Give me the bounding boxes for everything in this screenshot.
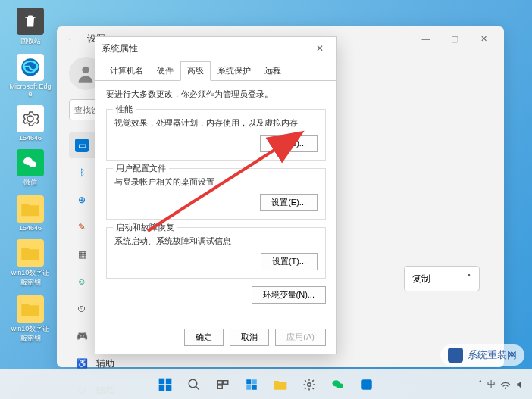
window-controls: ― ▢ ✕ — [412, 28, 498, 49]
folder-icon — [17, 195, 44, 223]
svg-rect-6 — [166, 378, 172, 384]
svg-rect-5 — [159, 378, 165, 384]
desktop-icons: 回收站 Microsoft Edge 154646 微信 154646 win1… — [8, 8, 53, 351]
volume-icon[interactable] — [515, 379, 526, 390]
network-icon[interactable] — [500, 379, 511, 390]
desktop-icon-label: 微信 — [23, 178, 37, 188]
settings-button[interactable] — [296, 372, 322, 397]
dialog-buttons: 确定 取消 应用(A) — [95, 329, 336, 346]
svg-point-20 — [336, 383, 343, 388]
dialog-body: 要进行大多数更改，你必须作为管理员登录。 性能视觉效果，处理器计划，内存使用，以… — [95, 81, 336, 346]
env-vars-button[interactable]: 环境变量(N)... — [252, 286, 326, 304]
desktop-icon-folder[interactable]: win10数字证 版密钥 — [8, 295, 53, 344]
gear-icon — [17, 105, 44, 132]
watermark-text: 系统重装网 — [468, 348, 517, 362]
group-settings-button[interactable]: 设置(E)... — [260, 194, 318, 211]
svg-point-3 — [82, 67, 89, 73]
svg-point-22 — [505, 388, 505, 388]
desktop-icon-label: Microsoft Edge — [8, 83, 53, 98]
svg-rect-7 — [159, 385, 165, 390]
tray-chevron[interactable]: ˄ — [478, 379, 483, 389]
nav-item-label: 辅助 — [96, 357, 114, 370]
maximize-button[interactable]: ▢ — [440, 28, 469, 49]
dialog-titlebar: 系统属性 ✕ — [95, 37, 336, 60]
copy-button[interactable]: 复制 ˄ — [404, 266, 480, 291]
svg-rect-21 — [361, 379, 372, 390]
desktop-icon-folder[interactable]: 154646 — [8, 195, 53, 232]
svg-rect-14 — [246, 379, 251, 384]
system-properties-dialog: 系统属性 ✕ 计算机名硬件高级系统保护远程 要进行大多数更改，你必须作为管理员登… — [95, 36, 337, 354]
taskbar-right: ˄ 中 — [478, 379, 526, 390]
dialog-tabs: 计算机名硬件高级系统保护远程 — [95, 61, 336, 81]
group-title: 性能 — [113, 104, 136, 115]
desktop-icon-edge[interactable]: Microsoft Edge — [8, 54, 53, 98]
desktop-icon-label: win10数字证 版密钥 — [8, 268, 53, 288]
folder-icon — [17, 239, 44, 267]
group-2: 启动和故障恢复系统启动、系统故障和调试信息设置(T)... — [106, 227, 326, 279]
desktop-icon-label: 154646 — [19, 134, 42, 142]
wechat-taskbar-button[interactable] — [325, 372, 351, 397]
dialog-tab[interactable]: 系统保护 — [211, 61, 258, 81]
start-button[interactable] — [152, 372, 178, 397]
group-title: 启动和故障恢复 — [113, 222, 177, 233]
watermark-badge-icon — [448, 348, 463, 363]
group-0: 性能视觉效果，处理器计划，内存使用，以及虚拟内存设置(S)... — [106, 109, 326, 161]
chevron-up-icon: ˄ — [467, 273, 471, 284]
svg-rect-13 — [217, 385, 222, 388]
recycle-bin-icon — [17, 8, 44, 35]
dialog-tab[interactable]: 硬件 — [150, 61, 180, 81]
svg-point-9 — [189, 379, 197, 388]
svg-point-18 — [308, 382, 311, 386]
svg-rect-15 — [252, 379, 257, 384]
group-desc: 与登录帐户相关的桌面设置 — [114, 176, 318, 188]
copy-label: 复制 — [412, 273, 430, 285]
desktop-icon-folder[interactable]: win10数字证 版密钥 — [8, 239, 53, 288]
wechat-icon — [17, 149, 44, 176]
back-button[interactable]: ← — [63, 30, 81, 48]
taskbar-center — [152, 372, 380, 397]
group-settings-button[interactable]: 设置(S)... — [260, 135, 318, 152]
svg-rect-17 — [252, 385, 257, 389]
group-settings-button[interactable]: 设置(T)... — [261, 253, 318, 270]
explorer-button[interactable] — [268, 372, 293, 397]
group-desc: 视觉效果，处理器计划，内存使用，以及虚拟内存 — [114, 117, 318, 129]
svg-rect-11 — [217, 380, 222, 384]
desktop-icon-gear[interactable]: 154646 — [8, 105, 53, 142]
admin-note: 要进行大多数更改，你必须作为管理员登录。 — [106, 89, 326, 100]
svg-rect-16 — [246, 385, 251, 389]
close-button[interactable]: ✕ — [469, 28, 498, 49]
apply-button: 应用(A) — [275, 329, 326, 346]
minimize-button[interactable]: ― — [412, 28, 440, 49]
group-desc: 系统启动、系统故障和调试信息 — [114, 235, 318, 247]
taskbar: ˄ 中 — [0, 369, 532, 399]
desktop-icon-label: 154646 — [19, 224, 42, 232]
watermark: 系统重装网 — [440, 344, 524, 366]
svg-rect-12 — [224, 380, 228, 384]
taskview-button[interactable] — [210, 372, 236, 397]
desktop-icon-recycle[interactable]: 回收站 — [8, 8, 53, 46]
ime-button[interactable]: 中 — [487, 379, 496, 390]
desktop-icon-label: win10数字证 版密钥 — [8, 324, 53, 344]
desktop-icon-wechat[interactable]: 微信 — [8, 149, 53, 188]
app-taskbar-button[interactable] — [354, 372, 380, 397]
dialog-title: 系统属性 — [102, 42, 138, 55]
folder-icon — [17, 295, 44, 323]
dialog-tab[interactable]: 高级 — [180, 61, 211, 81]
ok-button[interactable]: 确定 — [184, 329, 224, 346]
group-1: 用户配置文件与登录帐户相关的桌面设置设置(E)... — [106, 168, 326, 220]
edge-icon — [17, 54, 44, 81]
dialog-tab[interactable]: 远程 — [258, 61, 288, 81]
widgets-button[interactable] — [239, 372, 264, 397]
svg-line-10 — [196, 386, 199, 390]
desktop-icon-label: 回收站 — [20, 36, 41, 46]
svg-point-2 — [29, 161, 36, 167]
search-button[interactable] — [181, 372, 207, 397]
dialog-tab[interactable]: 计算机名 — [103, 61, 150, 81]
group-title: 用户配置文件 — [113, 163, 169, 174]
svg-rect-8 — [166, 385, 172, 390]
dialog-close-button[interactable]: ✕ — [309, 38, 330, 59]
cancel-button[interactable]: 取消 — [230, 329, 269, 346]
